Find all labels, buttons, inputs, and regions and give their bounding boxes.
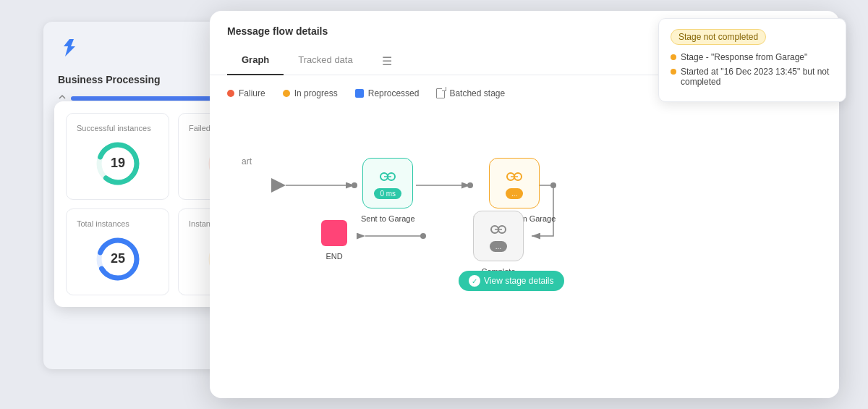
- reprocessed-label: Reprocessed: [368, 88, 420, 98]
- start-label: art: [242, 156, 252, 166]
- batched-icon: [436, 88, 445, 98]
- tooltip-badge: Stage not completed: [671, 29, 766, 45]
- stat-card-total: Total instances 25: [66, 208, 169, 295]
- sent-garage-node: 0 ms Sent to Garage: [361, 158, 415, 223]
- bg-title: Business Processing: [58, 74, 231, 85]
- complete-badge: ...: [490, 241, 507, 252]
- response-garage-badge: ...: [506, 188, 523, 199]
- inprogress-label: In progress: [294, 88, 338, 98]
- failure-dot: [227, 90, 234, 97]
- tab-tracked-data[interactable]: Tracked data: [284, 49, 367, 75]
- stat-label-total: Total instances: [77, 219, 129, 228]
- bg-logo: [58, 36, 231, 74]
- batched-label: Batched stage: [449, 88, 505, 98]
- svg-point-15: [352, 182, 357, 188]
- svg-point-17: [467, 182, 473, 188]
- legend-inprogress: In progress: [283, 88, 338, 98]
- tooltip-row-1: Stage - "Response from Garage": [671, 52, 834, 62]
- inprogress-dot: [283, 90, 290, 97]
- sent-garage-badge: 0 ms: [374, 188, 401, 199]
- tooltip-dot-2: [671, 69, 676, 75]
- response-garage-box[interactable]: ...: [489, 158, 540, 208]
- sent-garage-label: Sent to Garage: [361, 214, 415, 223]
- view-stage-check-icon: ✓: [469, 275, 480, 287]
- stat-label-successful: Successful instances: [77, 124, 151, 132]
- start-node: art: [242, 156, 252, 166]
- end-box: [321, 220, 347, 246]
- donut-total: 25: [93, 234, 143, 284]
- svg-point-22: [420, 233, 426, 239]
- modal-title: Message flow details: [227, 25, 328, 37]
- tooltip-row-2: Started at "16 Dec 2023 13:45" but not c…: [671, 67, 834, 87]
- legend-batched: Batched stage: [436, 88, 505, 98]
- sent-garage-box[interactable]: 0 ms: [362, 158, 413, 208]
- stage-tooltip: Stage not completed Stage - "Response fr…: [658, 18, 846, 102]
- end-node: END: [321, 220, 347, 261]
- complete-node: ... Complete: [473, 211, 524, 276]
- stat-card-successful: Successful instances 19: [66, 113, 169, 200]
- reprocessed-dot: [355, 89, 364, 98]
- response-garage-icon: [504, 168, 524, 185]
- svg-marker-23: [271, 178, 286, 193]
- failure-label: Faliure: [239, 88, 265, 98]
- end-label: END: [326, 252, 342, 261]
- flow-diagram: art 0 ms Sent to Garage: [227, 113, 822, 301]
- legend-failure: Faliure: [227, 88, 265, 98]
- graph-area: Faliure In progress Reprocessed Batched …: [210, 75, 839, 394]
- donut-successful: 19: [93, 138, 143, 189]
- view-stage-button[interactable]: ✓ View stage details: [459, 271, 564, 291]
- sent-garage-icon: [378, 168, 398, 185]
- svg-text:25: 25: [110, 251, 124, 266]
- tab-list[interactable]: ☰: [367, 49, 407, 75]
- svg-text:19: 19: [110, 156, 124, 170]
- tab-graph[interactable]: Graph: [227, 49, 284, 75]
- legend-reprocessed: Reprocessed: [355, 88, 420, 98]
- complete-box[interactable]: ...: [473, 211, 524, 261]
- complete-icon: [488, 221, 509, 238]
- tooltip-dot-1: [671, 54, 676, 60]
